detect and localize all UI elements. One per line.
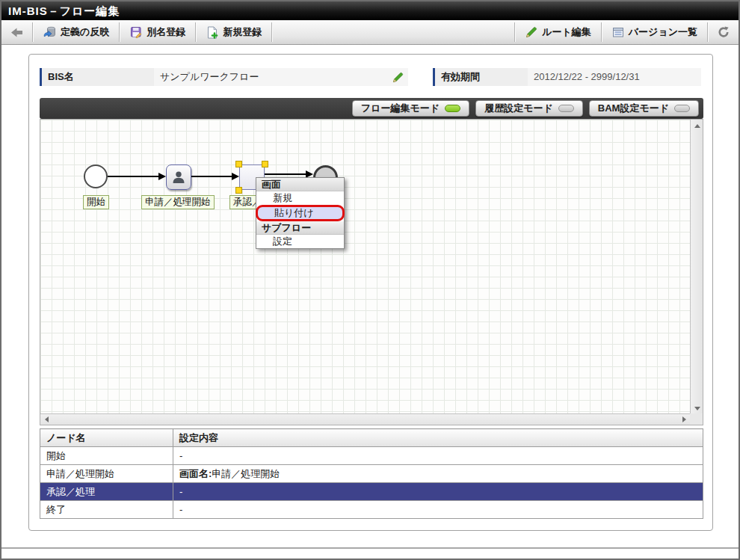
context-menu-header-subflow: サブフロー xyxy=(256,221,344,235)
config-cell: - xyxy=(173,483,703,501)
column-header-node-name: ノード名 xyxy=(40,429,173,447)
edit-bis-name-icon[interactable] xyxy=(392,72,404,83)
back-button[interactable] xyxy=(1,20,32,44)
database-reflect-icon xyxy=(43,26,56,38)
table-row-selected[interactable]: 承認／処理 - xyxy=(40,483,703,501)
context-menu-item-paste[interactable]: 貼り付け xyxy=(256,205,345,221)
register-new-button[interactable]: 新規登録 xyxy=(197,20,271,44)
table-row[interactable]: 開始 - xyxy=(40,447,703,465)
validity-value: 2012/12/22 - 2999/12/31 xyxy=(528,68,701,86)
inactive-indicator-icon xyxy=(558,105,574,112)
mode-bam-label: BAM設定モード xyxy=(598,102,669,115)
vertical-scrollbar[interactable] xyxy=(690,120,703,414)
header-fields: BIS名 サンプルワークフロー 有効期間 2012/12/22 - 2999/1… xyxy=(40,68,703,86)
app-window: IM-BIS－フロー編集 定義の反映 xyxy=(0,0,740,560)
pencil-icon xyxy=(525,26,537,38)
config-cell: - xyxy=(173,447,703,465)
table-header-row: ノード名 設定内容 xyxy=(40,429,703,447)
context-menu-header-screen: 画面 xyxy=(256,178,344,191)
start-event-node[interactable] xyxy=(84,164,108,188)
start-node-label: 開始 xyxy=(83,195,109,209)
version-list-label: バージョン一覧 xyxy=(629,25,697,39)
person-icon xyxy=(170,169,187,185)
scrollbar-corner xyxy=(690,413,703,425)
save-alias-icon xyxy=(130,26,142,38)
mode-bar: フロー編集モード 履歴設定モード BAM設定モード xyxy=(40,98,703,119)
flow-arrowhead-icon xyxy=(232,173,239,180)
register-new-label: 新規登録 xyxy=(223,25,262,39)
scroll-up-icon[interactable] xyxy=(694,124,700,128)
scroll-left-icon[interactable] xyxy=(45,416,49,422)
table-row[interactable]: 終了 - xyxy=(40,501,703,519)
mode-flow-edit-label: フロー編集モード xyxy=(361,102,440,115)
config-text: - xyxy=(179,486,182,497)
inactive-indicator-icon xyxy=(674,105,690,112)
active-indicator-icon xyxy=(445,105,460,112)
node-name-cell: 終了 xyxy=(40,501,173,519)
register-alias-label: 別名登録 xyxy=(147,25,185,39)
bis-name-value: サンプルワークフロー xyxy=(160,68,392,86)
mode-history-label: 履歴設定モード xyxy=(484,102,553,115)
toolbar: 定義の反映 別名登録 xyxy=(1,20,739,45)
refresh-button[interactable] xyxy=(709,20,739,44)
version-list-button[interactable]: バージョン一覧 xyxy=(602,20,707,44)
bis-name-label: BIS名 xyxy=(40,68,154,86)
context-menu-item-settings[interactable]: 設定 xyxy=(256,235,344,248)
flow-arrow xyxy=(265,173,306,175)
column-header-config: 設定内容 xyxy=(173,429,703,447)
window-bottom-divider xyxy=(1,547,739,549)
flow-arrow xyxy=(108,176,158,177)
edit-route-label: ルート編集 xyxy=(542,25,591,39)
config-cell: 画面名:申請／処理開始 xyxy=(173,465,703,483)
bis-name-value-box: サンプルワークフロー xyxy=(154,68,408,86)
list-icon xyxy=(612,27,624,38)
page-title: IM-BIS－フロー編集 xyxy=(1,1,739,20)
node-config-table: ノード名 設定内容 開始 - 申請／処理開始 画面名:申請／処理開始 承認／処理… xyxy=(40,428,703,519)
new-document-icon xyxy=(206,26,218,39)
user-task-node[interactable] xyxy=(166,164,191,190)
edit-route-button[interactable]: ルート編集 xyxy=(516,20,601,44)
back-arrow-icon xyxy=(10,27,23,38)
scroll-down-icon[interactable] xyxy=(694,407,700,410)
mode-history-button[interactable]: 履歴設定モード xyxy=(475,100,583,117)
node-name-cell: 承認／処理 xyxy=(40,483,173,501)
config-prefix: 画面名: xyxy=(179,468,212,479)
flow-arrow xyxy=(191,176,232,177)
user-task-node-label: 申請／処理開始 xyxy=(141,195,215,209)
main-panel: BIS名 サンプルワークフロー 有効期間 2012/12/22 - 2999/1… xyxy=(28,54,713,531)
table-row[interactable]: 申請／処理開始 画面名:申請／処理開始 xyxy=(40,465,703,483)
mode-flow-edit-button[interactable]: フロー編集モード xyxy=(352,100,469,117)
context-menu: 画面 新規 貼り付け サブフロー 設定 xyxy=(256,177,345,249)
fields-gap xyxy=(408,68,433,86)
node-name-cell: 開始 xyxy=(40,447,173,465)
mode-bam-button[interactable]: BAM設定モード xyxy=(589,100,699,117)
context-menu-item-new[interactable]: 新規 xyxy=(256,191,344,205)
register-alias-button[interactable]: 別名登録 xyxy=(120,20,195,44)
toolbar-spacer xyxy=(273,20,514,44)
selection-handle[interactable] xyxy=(235,187,242,194)
validity-label: 有効期間 xyxy=(433,68,528,86)
reflect-definition-label: 定義の反映 xyxy=(61,25,109,39)
reflect-definition-button[interactable]: 定義の反映 xyxy=(34,20,119,44)
flow-arrowhead-icon xyxy=(158,173,166,180)
node-name-cell: 申請／処理開始 xyxy=(40,465,173,483)
flow-grid[interactable]: 開始 申請／処理開始 承認／処理 画面 新規 貼り付け サブフロー 設定 xyxy=(40,120,691,414)
scroll-right-icon[interactable] xyxy=(682,416,686,422)
refresh-icon xyxy=(718,26,730,38)
selection-handle[interactable] xyxy=(262,161,268,167)
config-text: 申請／処理開始 xyxy=(212,468,280,479)
config-text: - xyxy=(179,450,182,461)
selection-handle[interactable] xyxy=(235,161,242,167)
config-text: - xyxy=(179,504,182,515)
horizontal-scrollbar[interactable] xyxy=(40,413,691,425)
flow-canvas: 開始 申請／処理開始 承認／処理 画面 新規 貼り付け サブフロー 設定 xyxy=(40,119,703,425)
config-cell: - xyxy=(173,501,703,519)
